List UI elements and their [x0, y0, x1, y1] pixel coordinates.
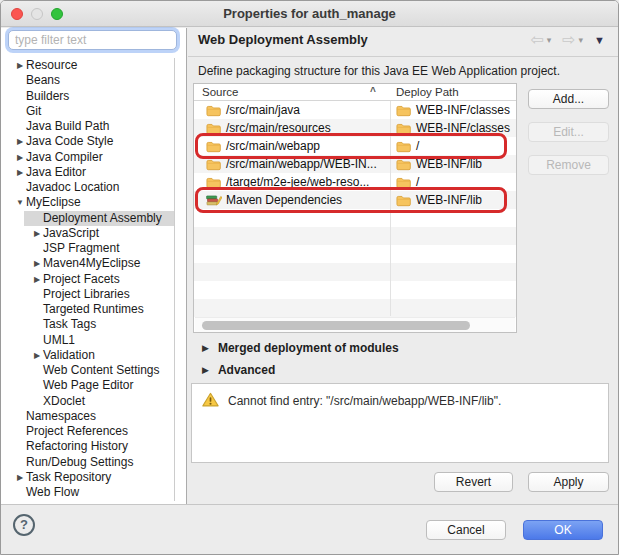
collapsed-arrow-icon[interactable]: ▶: [31, 272, 43, 287]
sidebar-item-git[interactable]: Git: [1, 104, 174, 119]
collapsed-arrow-icon[interactable]: ▶: [14, 470, 26, 485]
table-empty-row[interactable]: [194, 209, 516, 227]
sidebar-item-targeted-runtimes[interactable]: Targeted Runtimes: [1, 302, 174, 317]
horizontal-scrollbar[interactable]: [195, 317, 515, 332]
sidebar-item-run-debug-settings[interactable]: Run/Debug Settings: [1, 455, 174, 470]
sidebar-item-java-build-path[interactable]: Java Build Path: [1, 119, 174, 134]
collapsed-arrow-icon[interactable]: ▶: [14, 134, 26, 149]
forward-dropdown-icon[interactable]: ▾: [579, 35, 584, 45]
table-row[interactable]: /src/main/resourcesWEB-INF/classes: [194, 119, 516, 137]
sidebar-item-java-code-style[interactable]: ▶Java Code Style: [1, 134, 174, 149]
revert-button[interactable]: Revert: [434, 472, 513, 492]
sidebar-item-uml1[interactable]: UML1: [1, 333, 174, 348]
add-button[interactable]: Add...: [528, 89, 609, 109]
sidebar-item-myeclipse[interactable]: ▼MyEclipse: [1, 195, 174, 210]
sidebar-item-label: Namespaces: [26, 409, 96, 424]
sidebar-item-java-editor[interactable]: ▶Java Editor: [1, 165, 174, 180]
collapsed-arrow-icon[interactable]: ▶: [31, 348, 43, 363]
sidebar-item-task-tags[interactable]: Task Tags: [1, 317, 174, 332]
sidebar-item-label: Project Libraries: [43, 287, 130, 302]
folder-icon: [206, 158, 222, 171]
sidebar-item-label: Beans: [26, 73, 60, 88]
column-header-deploy[interactable]: Deploy Path: [396, 86, 459, 98]
source-cell: /target/m2e-jee/web-reso...: [194, 175, 390, 189]
sidebar-item-label: Resource: [26, 58, 77, 73]
filter-input[interactable]: [8, 30, 177, 50]
table-row[interactable]: /target/m2e-jee/web-reso.../: [194, 173, 516, 191]
deploy-path-value: WEB-INF/lib: [416, 157, 482, 171]
back-dropdown-icon[interactable]: ▾: [547, 35, 552, 45]
sidebar-item-project-references[interactable]: Project References: [1, 424, 174, 439]
sidebar-item-beans[interactable]: Beans: [1, 73, 174, 88]
sidebar-item-web-flow[interactable]: Web Flow: [1, 485, 174, 500]
cancel-button[interactable]: Cancel: [426, 520, 506, 540]
sidebar-item-label: Web Flow: [26, 485, 79, 500]
collapsed-arrow-icon[interactable]: ▶: [14, 150, 26, 165]
ok-button[interactable]: OK: [523, 520, 603, 540]
table-row[interactable]: Maven DependenciesWEB-INF/lib: [194, 191, 516, 209]
sidebar-item-task-repository[interactable]: ▶Task Repository: [1, 470, 174, 485]
help-button[interactable]: ?: [13, 514, 35, 536]
section-merged-deployment[interactable]: ▶ Merged deployment of modules: [202, 341, 399, 355]
sidebar-item-javascript[interactable]: ▶JavaScript: [1, 226, 174, 241]
sidebar-item-jsp-fragment[interactable]: JSP Fragment: [1, 241, 174, 256]
footer-divider: [1, 504, 619, 505]
scrollbar-thumb[interactable]: [202, 321, 470, 330]
sidebar-item-java-compiler[interactable]: ▶Java Compiler: [1, 150, 174, 165]
collapsed-arrow-icon[interactable]: ▶: [14, 58, 26, 73]
sidebar-item-deployment-assembly[interactable]: Deployment Assembly: [1, 211, 174, 226]
sidebar-item-label: JSP Fragment: [43, 241, 119, 256]
column-header-source[interactable]: Source: [202, 86, 238, 98]
minimize-window-button[interactable]: [31, 8, 43, 20]
table-row[interactable]: /src/main/webapp/: [194, 137, 516, 155]
edit-button[interactable]: Edit...: [528, 122, 609, 142]
table-empty-row[interactable]: [194, 245, 516, 263]
table-row[interactable]: /src/main/webapp/WEB-IN...WEB-INF/lib: [194, 155, 516, 173]
section-label: Advanced: [218, 363, 275, 377]
sidebar-item-builders[interactable]: Builders: [1, 89, 174, 104]
folder-icon: [206, 104, 222, 117]
deploy-path-value: WEB-INF/classes: [416, 121, 510, 135]
sidebar-item-javadoc-location[interactable]: Javadoc Location: [1, 180, 174, 195]
collapsed-arrow-icon[interactable]: ▶: [31, 226, 43, 241]
table-empty-row[interactable]: [194, 299, 516, 317]
sidebar-item-xdoclet[interactable]: XDoclet: [1, 394, 174, 409]
source-value: /src/main/webapp/WEB-IN...: [226, 157, 377, 171]
sidebar-item-label: Java Build Path: [26, 119, 109, 134]
page-description: Define packaging structure for this Java…: [198, 64, 560, 78]
section-advanced[interactable]: ▶ Advanced: [202, 363, 275, 377]
view-menu-icon[interactable]: ▼: [594, 34, 605, 46]
source-cell: /src/main/java: [194, 103, 390, 117]
sidebar-item-maven4myeclipse[interactable]: ▶Maven4MyEclipse: [1, 256, 174, 271]
table-row[interactable]: /src/main/javaWEB-INF/classes: [194, 101, 516, 119]
sidebar-item-project-facets[interactable]: ▶Project Facets: [1, 272, 174, 287]
table-empty-row[interactable]: [194, 227, 516, 245]
zoom-window-button[interactable]: [51, 8, 63, 20]
remove-button[interactable]: Remove: [528, 155, 609, 175]
sidebar-item-web-page-editor[interactable]: Web Page Editor: [1, 378, 174, 393]
expanded-arrow-icon[interactable]: ▼: [14, 195, 26, 210]
forward-arrow-icon[interactable]: ⇨: [562, 32, 575, 48]
apply-button[interactable]: Apply: [528, 472, 609, 492]
sidebar-item-label: Project References: [26, 424, 128, 439]
sidebar-item-project-libraries[interactable]: Project Libraries: [1, 287, 174, 302]
deploy-path-cell: WEB-INF/lib: [390, 193, 516, 207]
section-label: Merged deployment of modules: [218, 341, 399, 355]
folder-icon: [396, 140, 412, 153]
sidebar-item-web-content-settings[interactable]: Web Content Settings: [1, 363, 174, 378]
folder-icon: [396, 158, 412, 171]
back-arrow-icon[interactable]: ⇦: [530, 32, 543, 48]
deploy-path-value: /: [416, 139, 419, 153]
source-cell: /src/main/webapp: [194, 139, 390, 153]
sidebar-item-namespaces[interactable]: Namespaces: [1, 409, 174, 424]
table-empty-row[interactable]: [194, 281, 516, 299]
sidebar-item-refactoring-history[interactable]: Refactoring History: [1, 439, 174, 454]
close-window-button[interactable]: [11, 8, 23, 20]
sidebar-item-validation[interactable]: ▶Validation: [1, 348, 174, 363]
source-value: /src/main/webapp: [226, 139, 320, 153]
sidebar-item-resource[interactable]: ▶Resource: [1, 58, 174, 73]
collapsed-arrow-icon[interactable]: ▶: [14, 165, 26, 180]
table-empty-row[interactable]: [194, 263, 516, 281]
collapsed-arrow-icon[interactable]: ▶: [31, 256, 43, 271]
sort-ascending-icon: ^: [370, 86, 376, 97]
